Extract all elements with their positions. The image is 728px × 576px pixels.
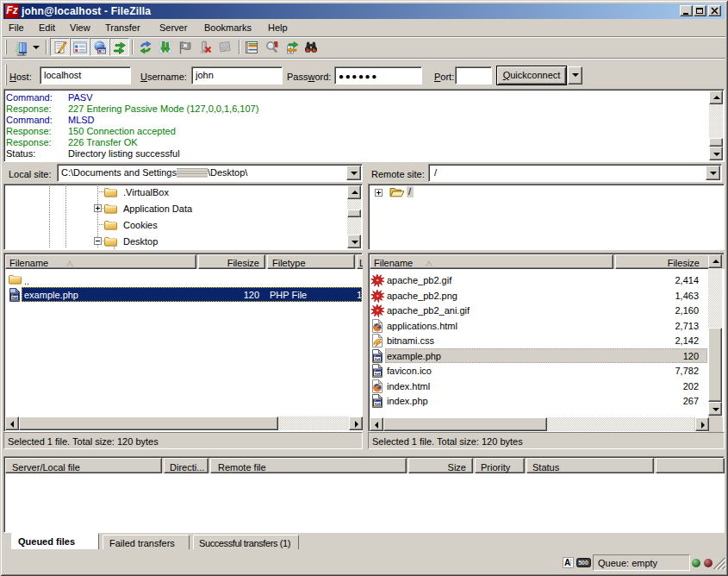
svg-text:500: 500 (578, 560, 588, 566)
svg-text:A: A (564, 558, 570, 567)
